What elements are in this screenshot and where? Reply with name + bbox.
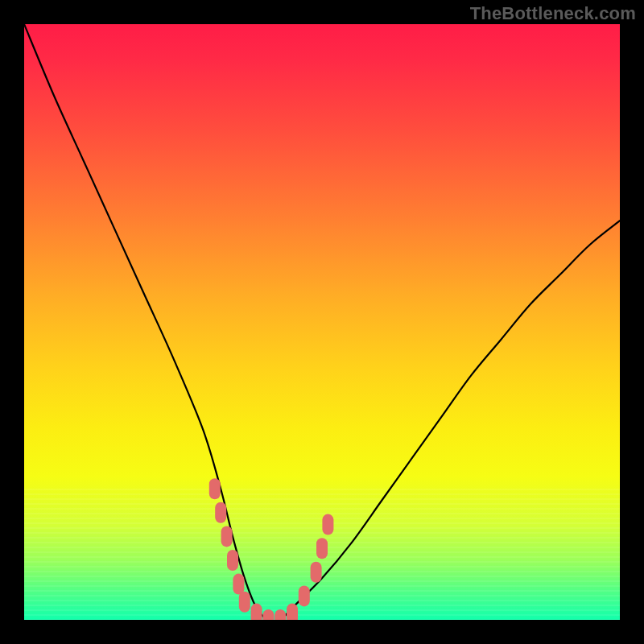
highlight-marker: [322, 514, 333, 535]
highlight-marker: [251, 604, 262, 620]
bottleneck-curve-path: [24, 24, 620, 620]
highlight-marker: [215, 502, 226, 523]
highlight-marker: [287, 604, 298, 620]
highlight-marker: [227, 550, 238, 571]
highlight-marker: [221, 526, 233, 547]
highlight-marker: [275, 609, 286, 620]
highlight-marker: [316, 538, 328, 559]
marker-group: [209, 478, 334, 620]
highlight-marker: [233, 574, 244, 595]
highlight-marker: [299, 585, 310, 606]
chart-stage: TheBottleneck.com: [0, 0, 644, 644]
highlight-marker: [262, 609, 274, 620]
highlight-marker: [311, 562, 322, 583]
bottleneck-chart-svg: [24, 24, 620, 620]
plot-area: [24, 24, 620, 620]
highlight-marker: [239, 592, 250, 613]
watermark-label: TheBottleneck.com: [470, 3, 636, 24]
highlight-marker: [209, 478, 221, 499]
